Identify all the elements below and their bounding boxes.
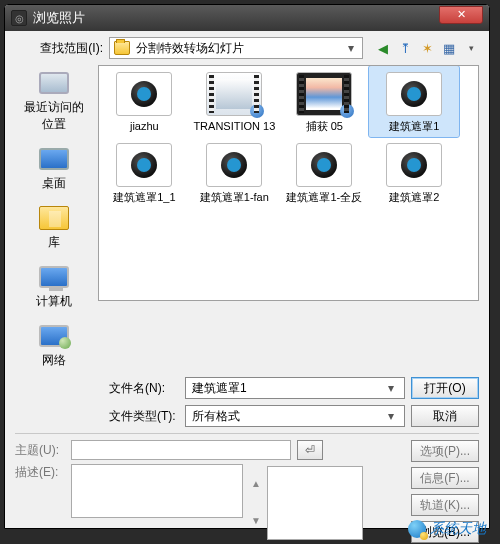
- app-icon: [11, 10, 27, 26]
- file-name-label: 捕获 05: [281, 120, 367, 133]
- filetype-combo[interactable]: 所有格式 ▾: [185, 405, 405, 427]
- nav-up-icon[interactable]: ⤒: [397, 40, 413, 56]
- place-label: 桌面: [19, 175, 89, 192]
- watermark-icon: [408, 520, 426, 538]
- chevron-down-icon: ▾: [344, 41, 358, 55]
- place-label: 库: [19, 234, 89, 251]
- file-name-label: TRANSITION 13: [191, 120, 277, 133]
- file-thumb-icon: [206, 143, 262, 187]
- options-button[interactable]: 选项(P)...: [411, 440, 479, 462]
- preview-area: [267, 466, 363, 540]
- close-button[interactable]: ✕: [439, 6, 483, 24]
- place-recent[interactable]: 最近访问的位置: [19, 67, 89, 133]
- file-thumb-icon: [116, 143, 172, 187]
- recent-icon: [39, 72, 69, 94]
- chevron-down-icon: ▾: [384, 381, 398, 395]
- file-name-label: jiazhu: [101, 120, 187, 133]
- file-item[interactable]: 建筑遮罩1_1: [99, 137, 189, 208]
- places-bar: 最近访问的位置 桌面 库 计算机 网络: [15, 65, 92, 369]
- return-icon: ⏎: [305, 443, 315, 457]
- desc-up-icon[interactable]: ▲: [251, 478, 261, 489]
- file-thumb-icon: [116, 72, 172, 116]
- description-textarea[interactable]: [71, 464, 243, 518]
- network-icon: [39, 325, 69, 347]
- file-name-label: 建筑遮罩1-fan: [191, 191, 277, 204]
- capture-thumb-icon: [296, 72, 352, 116]
- computer-icon: [39, 266, 69, 288]
- file-name-label: 建筑遮罩1-全反: [281, 191, 367, 204]
- lookin-label: 查找范围(I):: [15, 40, 103, 57]
- filetype-label: 文件类型(T):: [109, 408, 179, 425]
- place-desktop[interactable]: 桌面: [19, 143, 89, 192]
- file-open-dialog: 浏览照片 ✕ 查找范围(I): 分割特效转场幻灯片 ▾ ◀ ⤒ ✶ ▦ ▾: [4, 4, 490, 529]
- file-item[interactable]: 捕获 05: [279, 66, 369, 137]
- library-icon: [39, 206, 69, 230]
- nav-back-icon[interactable]: ◀: [375, 40, 391, 56]
- file-item[interactable]: 建筑遮罩1-全反: [279, 137, 369, 208]
- titlebar: 浏览照片 ✕: [5, 5, 489, 31]
- file-name-label: 建筑遮罩1: [371, 120, 457, 133]
- desktop-icon: [39, 148, 69, 170]
- video-thumb-icon: [206, 72, 262, 116]
- play-badge-icon: [250, 104, 264, 118]
- new-folder-icon[interactable]: ✶: [419, 40, 435, 56]
- info-button[interactable]: 信息(F)...: [411, 467, 479, 489]
- filename-label: 文件名(N):: [109, 380, 179, 397]
- views-drop-icon[interactable]: ▾: [463, 40, 479, 56]
- place-library[interactable]: 库: [19, 202, 89, 251]
- file-item[interactable]: 建筑遮罩1-fan: [189, 137, 279, 208]
- folder-icon: [114, 41, 130, 55]
- file-name-label: 建筑遮罩1_1: [101, 191, 187, 204]
- subject-label: 主题(U):: [15, 442, 65, 459]
- place-network[interactable]: 网络: [19, 320, 89, 369]
- place-computer[interactable]: 计算机: [19, 261, 89, 310]
- watermark-text: 系统天地: [430, 520, 486, 538]
- window-title: 浏览照片: [33, 9, 439, 27]
- place-label: 网络: [19, 352, 89, 369]
- place-label: 计算机: [19, 293, 89, 310]
- separator: [15, 433, 479, 434]
- file-name-label: 建筑遮罩2: [371, 191, 457, 204]
- file-thumb-icon: [386, 143, 442, 187]
- open-button[interactable]: 打开(O): [411, 377, 479, 399]
- file-list[interactable]: jiazhuTRANSITION 13捕获 05建筑遮罩1建筑遮罩1_1建筑遮罩…: [98, 65, 479, 301]
- file-item[interactable]: TRANSITION 13: [189, 66, 279, 137]
- lookin-combo[interactable]: 分割特效转场幻灯片 ▾: [109, 37, 363, 59]
- place-label: 最近访问的位置: [19, 99, 89, 133]
- watermark: 系统天地: [408, 520, 486, 538]
- lookin-value: 分割特效转场幻灯片: [136, 40, 344, 57]
- filename-combo[interactable]: 建筑遮罩1 ▾: [185, 377, 405, 399]
- return-button[interactable]: ⏎: [297, 440, 323, 460]
- filename-value: 建筑遮罩1: [192, 380, 247, 397]
- cancel-button[interactable]: 取消: [411, 405, 479, 427]
- subject-input[interactable]: [71, 440, 291, 460]
- file-thumb-icon: [296, 143, 352, 187]
- file-thumb-icon: [386, 72, 442, 116]
- desc-down-icon[interactable]: ▼: [251, 515, 261, 526]
- file-item[interactable]: jiazhu: [99, 66, 189, 137]
- desc-label: 描述(E):: [15, 464, 65, 481]
- file-item[interactable]: 建筑遮罩2: [369, 137, 459, 208]
- filetype-value: 所有格式: [192, 408, 240, 425]
- tracks-button[interactable]: 轨道(K)...: [411, 494, 479, 516]
- chevron-down-icon: ▾: [384, 409, 398, 423]
- play-badge-icon: [340, 104, 354, 118]
- views-icon[interactable]: ▦: [441, 40, 457, 56]
- file-item[interactable]: 建筑遮罩1: [369, 66, 459, 137]
